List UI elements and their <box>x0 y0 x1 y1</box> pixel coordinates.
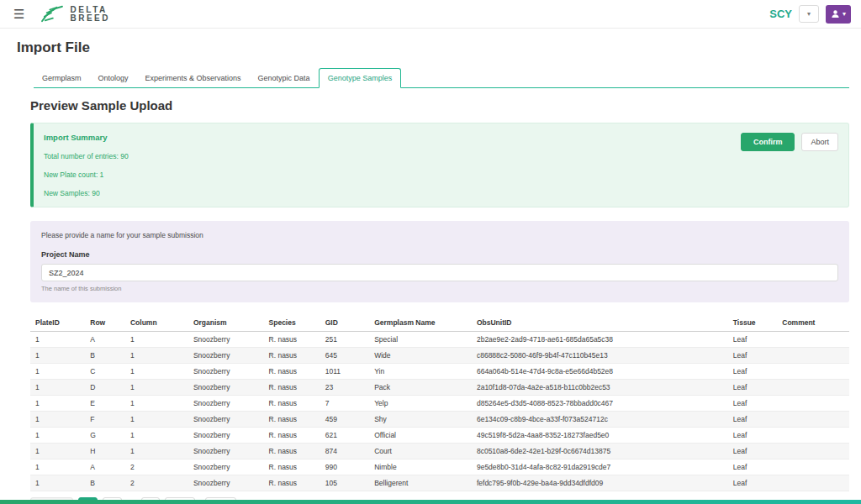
table-cell: d85264e5-d3d5-4088-8523-78bbadd0c467 <box>472 396 728 412</box>
page-title: Import File <box>17 39 849 56</box>
table-cell: 2 <box>125 459 188 475</box>
table-cell: 990 <box>320 459 369 475</box>
footer-accent-bar <box>0 500 861 504</box>
table-cell: F <box>85 412 125 428</box>
project-name-help: The name of this submission <box>41 285 838 292</box>
chevron-down-icon: ▾ <box>843 10 846 18</box>
table-cell: 2b2ae9e2-2ad9-4718-ae61-685da65a5c38 <box>472 332 728 348</box>
tab-genotype-samples[interactable]: Genotype Samples <box>319 68 402 88</box>
table-cell: Snoozberry <box>188 459 264 475</box>
table-cell: R. nasus <box>264 412 320 428</box>
table-cell: Snoozberry <box>188 380 264 396</box>
table-cell: G <box>85 428 125 444</box>
tab-genotypic-data[interactable]: Genotypic Data <box>250 69 319 87</box>
hamburger-menu-icon[interactable]: ☰ <box>10 5 28 24</box>
table-cell: 251 <box>320 332 369 348</box>
tab-germplasm[interactable]: Germplasm <box>34 69 90 87</box>
column-header-plateid: PlateID <box>30 314 85 332</box>
table-cell: 1 <box>30 459 85 475</box>
table-cell <box>777 412 849 428</box>
confirm-button[interactable]: Confirm <box>741 133 795 151</box>
table-cell: R. nasus <box>264 475 320 491</box>
main-content: Import File Germplasm Ontology Experimen… <box>0 39 861 504</box>
project-name-input[interactable] <box>41 264 838 281</box>
tab-experiments-observations[interactable]: Experiments & Observations <box>137 69 250 87</box>
table-cell: Snoozberry <box>188 475 264 491</box>
table-cell: Snoozberry <box>188 364 264 380</box>
table-cell: R. nasus <box>264 428 320 444</box>
table-row: 1C1SnoozberryR. nasus1011Yin664a064b-514… <box>30 364 849 380</box>
user-menu-button[interactable]: ▾ <box>826 5 851 24</box>
sample-preview-table: PlateID Row Column Organism Species GID … <box>30 314 849 491</box>
summary-plate-count: New Plate count: 1 <box>44 171 129 179</box>
table-row: 1H1SnoozberryR. nasus874Court8c0510a8-6d… <box>30 444 849 459</box>
table-cell: R. nasus <box>264 459 320 475</box>
table-cell: Wide <box>369 348 472 364</box>
table-cell: 7 <box>320 396 369 412</box>
user-icon <box>831 9 840 18</box>
table-cell: 49c519f8-5d2a-4aa8-8352-18273faed5e0 <box>472 428 728 444</box>
column-header-column: Column <box>125 314 188 332</box>
table-cell: 1011 <box>320 364 369 380</box>
table-cell: R. nasus <box>264 348 320 364</box>
table-cell: R. nasus <box>264 396 320 412</box>
table-cell: 105 <box>320 475 369 491</box>
table-cell: R. nasus <box>264 332 320 348</box>
table-cell: 1 <box>30 348 85 364</box>
program-dropdown-button[interactable]: ▾ <box>799 5 819 23</box>
table-header: PlateID Row Column Organism Species GID … <box>30 314 849 332</box>
top-bar-right: SCY ▾ ▾ <box>769 5 851 24</box>
column-header-row: Row <box>85 314 125 332</box>
table-cell: 1 <box>30 380 85 396</box>
table-cell: A <box>85 459 125 475</box>
project-name-panel: Please provide a name for your sample su… <box>30 221 849 302</box>
table-cell: H <box>85 444 125 459</box>
table-cell: 1 <box>125 380 188 396</box>
table-cell: 1 <box>30 444 85 459</box>
deltabreed-logo[interactable]: DELTA BREED <box>40 4 110 24</box>
table-cell: A <box>85 332 125 348</box>
table-cell: Snoozberry <box>188 412 264 428</box>
section-title: Preview Sample Upload <box>30 98 849 113</box>
table-cell: Pack <box>369 380 472 396</box>
table-cell: 459 <box>320 412 369 428</box>
table-cell: Nimble <box>369 459 472 475</box>
table-cell: 9e5de8b0-31d4-4afa-8c82-91da2919cde7 <box>472 459 728 475</box>
table-cell: 6e134c09-c8b9-4bce-a33f-f073a524712c <box>472 412 728 428</box>
table-cell: B <box>85 475 125 491</box>
program-name: SCY <box>769 8 792 20</box>
tab-ontology[interactable]: Ontology <box>90 69 137 87</box>
table-cell: 23 <box>320 380 369 396</box>
table-cell: 1 <box>30 475 85 491</box>
summary-entries-count: Total number of entries: 90 <box>44 152 129 160</box>
table-cell <box>777 332 849 348</box>
table-cell: Snoozberry <box>188 428 264 444</box>
column-header-comment: Comment <box>777 314 849 332</box>
table-cell: Snoozberry <box>188 444 264 459</box>
table-row: 1D1SnoozberryR. nasus23Pack2a10f1d8-07da… <box>30 380 849 396</box>
leaf-logo-icon <box>40 4 65 24</box>
table-cell: Court <box>369 444 472 459</box>
table-cell: 8c0510a8-6de2-42e1-b29f-0c6674d13875 <box>472 444 728 459</box>
summary-actions: Confirm Abort <box>741 133 838 197</box>
table-cell: Yelp <box>369 396 472 412</box>
table-cell: 645 <box>320 348 369 364</box>
column-header-gid: GID <box>320 314 369 332</box>
table-cell: D <box>85 380 125 396</box>
table-cell <box>777 348 849 364</box>
table-cell: Leaf <box>728 348 777 364</box>
brand-text: DELTA BREED <box>70 6 110 23</box>
import-tabs: Germplasm Ontology Experiments & Observa… <box>34 68 849 88</box>
abort-button[interactable]: Abort <box>801 133 838 151</box>
sample-table-body: 1A1SnoozberryR. nasus251Special2b2ae9e2-… <box>30 332 849 491</box>
import-summary-panel: Import Summary Total number of entries: … <box>30 123 849 207</box>
table-row: 1B2SnoozberryR. nasus105Belligerentfefdc… <box>30 475 849 491</box>
column-header-organism: Organism <box>188 314 264 332</box>
table-cell: Leaf <box>728 428 777 444</box>
table-cell: Snoozberry <box>188 348 264 364</box>
table-cell: 621 <box>320 428 369 444</box>
table-cell: E <box>85 396 125 412</box>
table-cell: Leaf <box>728 332 777 348</box>
column-header-germplasm-name: Germplasm Name <box>369 314 472 332</box>
table-cell: Leaf <box>728 475 777 491</box>
